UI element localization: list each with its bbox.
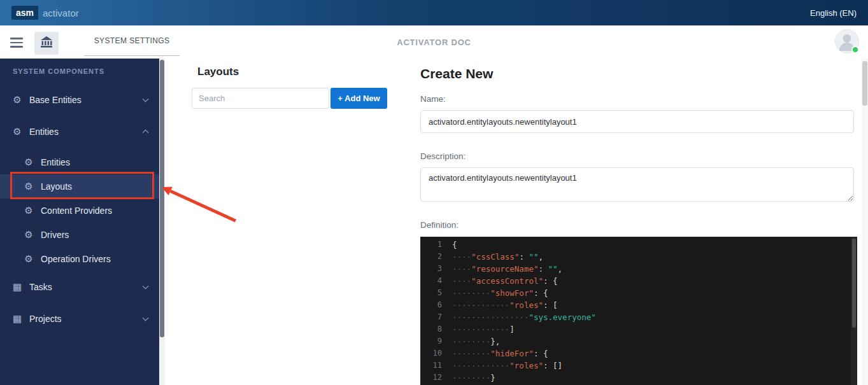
sidebar-item-label: Entities — [41, 157, 70, 167]
page: asm activator English (EN) SYSTEM SETTIN… — [0, 0, 868, 385]
add-new-button[interactable]: + Add New — [331, 88, 387, 109]
tab-system-settings[interactable]: SYSTEM SETTINGS — [84, 25, 180, 56]
home-building-button[interactable] — [34, 32, 59, 55]
gears-icon: ⚙ — [23, 181, 34, 192]
code-line: 11············"roles": [] — [420, 360, 857, 372]
name-field[interactable] — [420, 110, 854, 133]
code-line: 7················"sys.everyone" — [420, 311, 857, 323]
chevron-down-icon — [143, 283, 149, 290]
sidebar: SYSTEM COMPONENTS ⚙ Base Entities ⚙ Enti… — [0, 59, 159, 385]
sidebar-item-projects[interactable]: ▦ Projects — [0, 303, 159, 335]
chevron-down-icon — [143, 96, 149, 102]
sidebar-item-base-entities[interactable]: ⚙ Base Entities — [0, 84, 159, 116]
sidebar-item-label: Base Entities — [29, 95, 82, 105]
gears-icon: ⚙ — [11, 94, 23, 106]
asm-logo: asm — [11, 6, 38, 20]
avatar-head — [843, 34, 851, 43]
code-line: 4····"accessControl": { — [420, 275, 857, 287]
editor-scrollbar[interactable] — [851, 237, 857, 385]
sidebar-item-drivers[interactable]: ⚙ Drivers — [0, 223, 159, 247]
sidebar-item-content-providers[interactable]: ⚙ Content Providers — [0, 199, 159, 223]
code-line: 1{ — [420, 239, 857, 251]
gears-icon: ⚙ — [23, 157, 34, 168]
chevron-down-icon — [143, 315, 149, 321]
toolbar: SYSTEM SETTINGS ACTIVATOR DOC — [0, 25, 868, 59]
code-line: 9········}, — [420, 335, 857, 347]
code-editor-lines: 1{2····"cssClass": "",3····"resourceName… — [420, 239, 857, 384]
calendar-icon: ▦ — [11, 281, 23, 293]
sidebar-item-label: Content Providers — [41, 206, 112, 216]
annotation-arrow — [153, 179, 242, 227]
sidebar-item-label: Layouts — [41, 181, 72, 192]
gears-icon: ⚙ — [11, 126, 23, 137]
sidebar-item-entities-group[interactable]: ⚙ Entities — [0, 116, 159, 148]
sidebar-item-label: Operation Drivers — [41, 254, 111, 264]
sidebar-item-label: Entities — [29, 127, 59, 137]
code-line: 6············"roles": [ — [420, 299, 857, 311]
sidebar-item-operation-drivers[interactable]: ⚙ Operation Drivers — [0, 247, 159, 271]
online-status-dot — [851, 46, 859, 53]
sidebar-item-tasks[interactable]: ▦ Tasks — [0, 271, 159, 303]
code-line: 3····"resourceName": "", — [420, 263, 857, 275]
gears-icon: ⚙ — [23, 253, 34, 265]
code-line: 10········"hideFor": { — [420, 347, 857, 360]
gears-icon: ⚙ — [23, 205, 34, 216]
hamburger-menu-icon[interactable] — [10, 38, 23, 48]
sidebar-section-heading: SYSTEM COMPONENTS — [0, 59, 159, 84]
sidebar-scrollbar-thumb[interactable] — [160, 60, 164, 337]
sidebar-item-label: Tasks — [29, 282, 52, 292]
activator-logo-text: activator — [43, 8, 79, 18]
sidebar-scrollbar[interactable] — [159, 59, 165, 385]
search-input[interactable] — [192, 88, 329, 109]
topbar: asm activator English (EN) — [0, 0, 868, 25]
code-line: 2····"cssClass": "", — [420, 251, 857, 263]
sidebar-item-entities[interactable]: ⚙ Entities — [0, 150, 159, 174]
calendar-icon: ▦ — [11, 313, 23, 325]
page-scrollbar-thumb[interactable] — [862, 61, 867, 106]
create-new-title: Create New — [420, 66, 493, 81]
page-title: ACTIVATOR DOC — [397, 25, 471, 59]
definition-label: Definition: — [420, 220, 459, 230]
description-field[interactable]: activatord.entitylayouts.newentitylayout… — [420, 167, 854, 202]
layouts-panel-title: Layouts — [197, 66, 239, 78]
building-icon — [40, 36, 53, 50]
gears-icon: ⚙ — [23, 229, 34, 241]
editor-scrollbar-thumb[interactable] — [852, 239, 856, 328]
page-scrollbar[interactable] — [862, 59, 868, 385]
language-selector[interactable]: English (EN) — [810, 8, 857, 18]
description-label: Description: — [420, 151, 466, 161]
code-line: 5········"showFor": { — [420, 287, 857, 299]
sidebar-item-layouts[interactable]: ⚙ Layouts — [0, 174, 159, 199]
chevron-up-icon — [143, 130, 149, 136]
sidebar-item-label: Projects — [29, 314, 62, 324]
avatar[interactable] — [835, 29, 859, 53]
definition-code-editor[interactable]: 1{2····"cssClass": "",3····"resourceName… — [420, 237, 857, 385]
name-label: Name: — [420, 94, 446, 104]
code-line: 8············] — [420, 323, 857, 335]
sidebar-item-label: Drivers — [41, 230, 69, 240]
code-line: 12········} — [420, 372, 857, 384]
